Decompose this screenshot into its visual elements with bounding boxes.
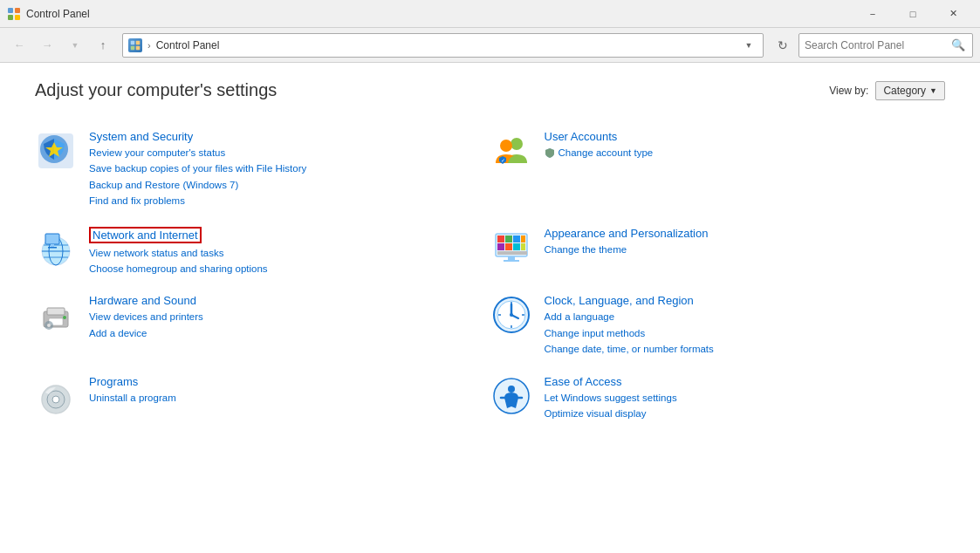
network-internet-text: Network and Internet View network status…: [89, 227, 476, 277]
cp-item-programs: Programs Uninstall a program: [35, 366, 490, 431]
programs-title[interactable]: Programs: [89, 375, 138, 388]
user-accounts-title[interactable]: User Accounts: [545, 130, 618, 143]
address-bar[interactable]: › Control Panel ▼: [122, 33, 764, 58]
network-internet-link-2[interactable]: Choose homegroup and sharing options: [89, 261, 476, 276]
hardware-sound-text: Hardware and Sound View devices and prin…: [89, 294, 476, 341]
hardware-sound-icon: [35, 294, 77, 336]
svg-point-52: [508, 386, 515, 393]
cp-item-user-accounts: ✓ User Accounts Change account type: [490, 121, 946, 218]
svg-rect-2: [8, 15, 13, 20]
system-security-link-1[interactable]: Review your computer's status: [89, 145, 476, 160]
system-security-icon: [35, 130, 77, 172]
network-internet-title[interactable]: Network and Internet: [89, 227, 202, 243]
svg-rect-30: [497, 251, 527, 255]
svg-rect-7: [136, 45, 140, 50]
control-panel-grid: System and Security Review your computer…: [35, 121, 945, 430]
svg-rect-1: [15, 8, 20, 13]
clock-link-2[interactable]: Change input methods: [545, 325, 932, 341]
refresh-button[interactable]: ↻: [771, 33, 795, 58]
title-bar-left: Control Panel: [7, 7, 90, 21]
ease-of-access-link-2[interactable]: Optimize visual display: [545, 406, 932, 421]
svg-rect-23: [505, 236, 512, 242]
maximize-button[interactable]: □: [893, 0, 933, 28]
system-security-link-4[interactable]: Find and fix problems: [89, 193, 476, 208]
title-bar-controls: − □ ✕: [853, 0, 973, 28]
refresh-icon: ↻: [778, 38, 788, 52]
clock-link-3[interactable]: Change date, time, or number formats: [545, 341, 932, 357]
svg-rect-6: [131, 45, 135, 50]
view-by-control: View by: Category ▼: [829, 81, 945, 100]
svg-rect-22: [497, 236, 504, 242]
svg-rect-5: [136, 40, 140, 44]
system-security-title[interactable]: System and Security: [89, 130, 193, 143]
svg-rect-27: [505, 243, 512, 250]
user-accounts-text: User Accounts Change account type: [545, 130, 932, 160]
recent-locations-button[interactable]: ▼: [63, 33, 87, 58]
svg-point-38: [47, 324, 51, 327]
ease-of-access-icon: [490, 375, 532, 417]
minimize-button[interactable]: −: [853, 0, 893, 28]
page-title: Adjust your computer's settings: [35, 80, 277, 100]
ease-of-access-title[interactable]: Ease of Access: [545, 375, 622, 388]
network-internet-link-1[interactable]: View network status and tasks: [89, 245, 476, 261]
view-by-button[interactable]: Category ▼: [875, 81, 945, 100]
app-icon: [7, 7, 21, 21]
search-input[interactable]: [805, 39, 946, 51]
search-bar[interactable]: 🔍: [798, 33, 973, 58]
user-accounts-link-1[interactable]: Change account type: [559, 145, 654, 160]
cp-item-network-internet: Network and Internet View network status…: [35, 218, 490, 286]
appearance-title[interactable]: Appearance and Personalization: [545, 227, 709, 240]
hardware-sound-link-2[interactable]: Add a device: [89, 325, 476, 341]
back-button[interactable]: ←: [7, 33, 31, 58]
svg-rect-28: [513, 243, 520, 250]
up-icon: ↑: [100, 38, 106, 51]
page-header: Adjust your computer's settings View by:…: [35, 80, 945, 100]
clock-icon: [490, 294, 532, 336]
hardware-sound-title[interactable]: Hardware and Sound: [89, 294, 196, 307]
clock-title[interactable]: Clock, Language, and Region: [545, 294, 694, 307]
nav-bar: ← → ▼ ↑ › Control Panel ▼ ↻ 🔍: [0, 28, 980, 63]
view-by-dropdown-icon: ▼: [929, 86, 937, 95]
svg-rect-34: [47, 308, 65, 315]
forward-button[interactable]: →: [35, 33, 59, 58]
svg-rect-32: [504, 260, 519, 262]
network-internet-icon: [35, 227, 77, 269]
clock-text: Clock, Language, and Region Add a langua…: [545, 294, 932, 357]
system-security-link-3[interactable]: Backup and Restore (Windows 7): [89, 177, 476, 193]
appearance-link-1[interactable]: Change the theme: [545, 242, 932, 257]
hardware-sound-link-1[interactable]: View devices and printers: [89, 309, 476, 324]
address-text: Control Panel: [156, 39, 735, 51]
svg-point-10: [511, 138, 523, 150]
dropdown-icon: ▼: [745, 41, 753, 50]
address-separator: ›: [147, 40, 151, 51]
shield-icon-small: [545, 147, 555, 158]
svg-rect-24: [513, 236, 520, 242]
system-security-link-2[interactable]: Save backup copies of your files with Fi…: [89, 160, 476, 176]
programs-icon: [35, 375, 77, 417]
appearance-icon: [490, 227, 532, 269]
ease-of-access-link-1[interactable]: Let Windows suggest settings: [545, 390, 932, 406]
cp-item-system-security: System and Security Review your computer…: [35, 121, 490, 218]
search-icon[interactable]: 🔍: [949, 37, 967, 54]
svg-point-36: [63, 316, 66, 319]
clock-link-1[interactable]: Add a language: [545, 309, 932, 324]
programs-link-1[interactable]: Uninstall a program: [89, 390, 476, 406]
back-icon: ←: [14, 38, 25, 51]
system-security-text: System and Security Review your computer…: [89, 130, 476, 209]
close-button[interactable]: ✕: [933, 0, 973, 28]
cp-item-clock: Clock, Language, and Region Add a langua…: [490, 285, 946, 365]
title-bar: Control Panel − □ ✕: [0, 0, 980, 28]
svg-point-43: [510, 313, 513, 317]
svg-rect-25: [521, 236, 525, 242]
view-by-label: View by:: [829, 85, 868, 97]
address-bar-icon: [128, 38, 142, 52]
svg-rect-20: [48, 247, 57, 249]
user-accounts-icon: ✓: [490, 130, 532, 172]
chevron-down-icon: ▼: [72, 41, 79, 50]
view-by-value: Category: [883, 85, 926, 97]
svg-rect-0: [8, 8, 13, 13]
address-dropdown-button[interactable]: ▼: [740, 33, 757, 58]
svg-text:✓: ✓: [500, 158, 504, 163]
programs-text: Programs Uninstall a program: [89, 375, 476, 406]
up-button[interactable]: ↑: [91, 33, 115, 58]
